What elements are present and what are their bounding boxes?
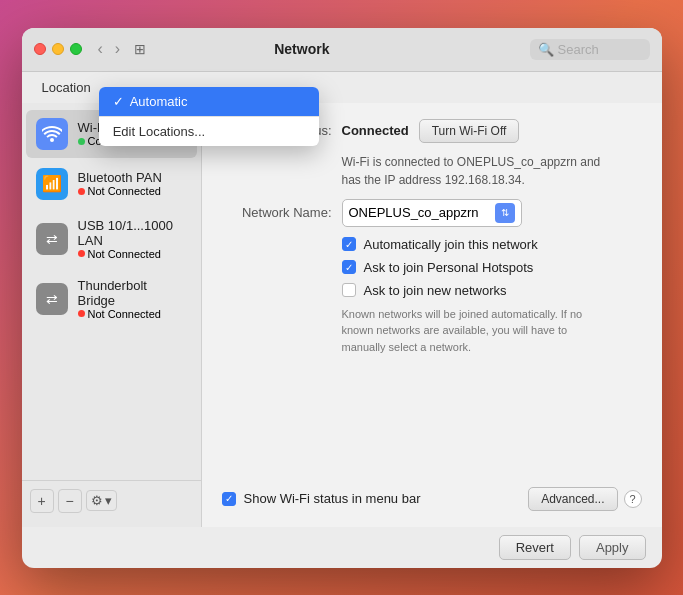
thunderbolt-icon: ⇄: [36, 283, 68, 315]
auto-join-checkbox[interactable]: ✓: [342, 237, 356, 251]
dropdown-item-edit[interactable]: Edit Locations...: [99, 117, 319, 146]
thunderbolt-item-info: Thunderbolt Bridge Not Connected: [78, 278, 187, 320]
main-content: Wi-Fi Connected 📶 Bluetooth PAN Not Co: [22, 103, 662, 527]
chevron-icon: ▾: [105, 493, 112, 508]
bluetooth-item-status: Not Connected: [78, 185, 162, 197]
thunderbolt-status-text: Not Connected: [88, 308, 161, 320]
status-value: Connected: [342, 123, 409, 138]
network-preferences-window: ‹ › ⊞ Network 🔍 Search Location ✓ Automa…: [22, 28, 662, 568]
new-networks-row: Ask to join new networks: [342, 283, 642, 298]
search-box[interactable]: 🔍 Search: [530, 39, 650, 60]
network-name-value: ONEPLUS_co_appzrn: [349, 205, 479, 220]
usb-item-name: USB 10/1...1000 LAN: [78, 218, 187, 248]
checkmark-icon: ✓: [113, 94, 124, 109]
network-options-button[interactable]: ⚙ ▾: [86, 490, 117, 511]
usb-status-dot: [78, 250, 85, 257]
sidebar-footer: + − ⚙ ▾: [22, 480, 201, 521]
sidebar-item-usb-lan[interactable]: ⇄ USB 10/1...1000 LAN Not Connected: [26, 210, 197, 268]
network-name-label: Network Name:: [222, 205, 332, 220]
show-wifi-row: ✓ Show Wi-Fi status in menu bar: [222, 491, 421, 506]
sidebar-item-bluetooth[interactable]: 📶 Bluetooth PAN Not Connected: [26, 160, 197, 208]
help-button[interactable]: ?: [624, 490, 642, 508]
detail-panel: Status: Connected Turn Wi-Fi Off Wi-Fi i…: [202, 103, 662, 527]
thunderbolt-status-dot: [78, 310, 85, 317]
thunderbolt-item-status: Not Connected: [78, 308, 187, 320]
revert-button[interactable]: Revert: [499, 535, 571, 560]
info-row: Wi-Fi is connected to ONEPLUS_co_appzrn …: [222, 153, 642, 189]
location-label: Location: [42, 80, 91, 95]
dropdown-item-label: Automatic: [130, 94, 188, 109]
bluetooth-item-info: Bluetooth PAN Not Connected: [78, 170, 162, 197]
usb-item-info: USB 10/1...1000 LAN Not Connected: [78, 218, 187, 260]
usb-status-text: Not Connected: [88, 248, 161, 260]
auto-join-row: ✓ Automatically join this network: [342, 237, 642, 252]
sidebar: Wi-Fi Connected 📶 Bluetooth PAN Not Co: [22, 103, 202, 527]
select-arrows-icon: ⇅: [495, 203, 515, 223]
search-icon: 🔍: [538, 42, 554, 57]
bottom-row: ✓ Show Wi-Fi status in menu bar Advanced…: [222, 477, 642, 511]
apply-button[interactable]: Apply: [579, 535, 646, 560]
network-name-row: Network Name: ONEPLUS_co_appzrn ⇅: [222, 199, 642, 227]
personal-hotspot-row: ✓ Ask to join Personal Hotspots: [342, 260, 642, 275]
bluetooth-icon: 📶: [36, 168, 68, 200]
hint-text: Known networks will be joined automatica…: [342, 306, 602, 356]
turn-wifi-off-button[interactable]: Turn Wi-Fi Off: [419, 119, 520, 143]
minimize-button[interactable]: [52, 43, 64, 55]
dropdown-item-automatic[interactable]: ✓ Automatic: [99, 87, 319, 116]
window-title: Network: [74, 41, 529, 57]
wifi-status-dot: [78, 138, 85, 145]
sidebar-item-thunderbolt[interactable]: ⇄ Thunderbolt Bridge Not Connected: [26, 270, 197, 328]
dropdown-menu: ✓ Automatic Edit Locations...: [99, 87, 319, 146]
new-networks-label: Ask to join new networks: [364, 283, 507, 298]
usb-icon: ⇄: [36, 223, 68, 255]
usb-item-status: Not Connected: [78, 248, 187, 260]
bluetooth-item-name: Bluetooth PAN: [78, 170, 162, 185]
network-name-select[interactable]: ONEPLUS_co_appzrn ⇅: [342, 199, 522, 227]
advanced-button[interactable]: Advanced...: [528, 487, 617, 511]
dropdown-edit-label: Edit Locations...: [113, 124, 206, 139]
bluetooth-status-dot: [78, 188, 85, 195]
show-wifi-checkbox[interactable]: ✓: [222, 492, 236, 506]
titlebar: ‹ › ⊞ Network 🔍 Search: [22, 28, 662, 72]
auto-join-label: Automatically join this network: [364, 237, 538, 252]
search-placeholder: Search: [558, 42, 599, 57]
personal-hotspot-label: Ask to join Personal Hotspots: [364, 260, 534, 275]
thunderbolt-item-name: Thunderbolt Bridge: [78, 278, 187, 308]
connection-info-text: Wi-Fi is connected to ONEPLUS_co_appzrn …: [342, 153, 622, 189]
remove-network-button[interactable]: −: [58, 489, 82, 513]
gear-icon: ⚙: [91, 493, 103, 508]
close-button[interactable]: [34, 43, 46, 55]
wifi-icon: [36, 118, 68, 150]
new-networks-checkbox[interactable]: [342, 283, 356, 297]
bluetooth-status-text: Not Connected: [88, 185, 161, 197]
show-wifi-label: Show Wi-Fi status in menu bar: [244, 491, 421, 506]
add-network-button[interactable]: +: [30, 489, 54, 513]
revert-apply-bar: Revert Apply: [22, 527, 662, 568]
personal-hotspot-checkbox[interactable]: ✓: [342, 260, 356, 274]
location-bar: Location ✓ Automatic Edit Locations...: [22, 72, 662, 103]
